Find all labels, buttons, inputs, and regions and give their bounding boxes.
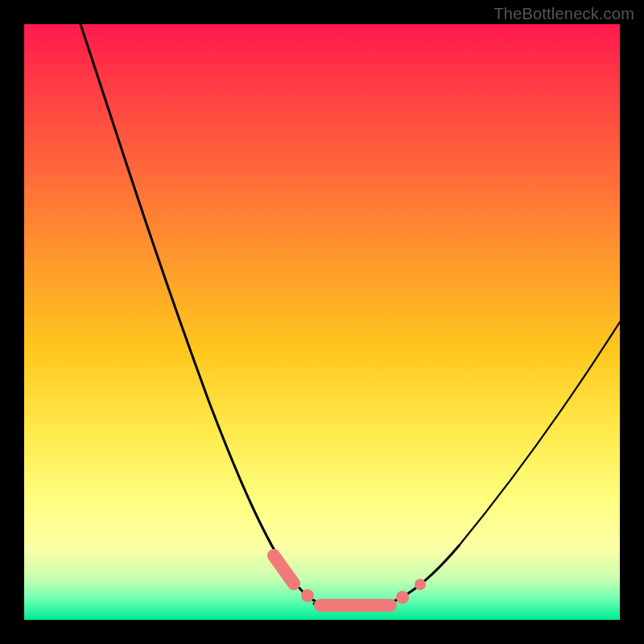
chart-frame: TheBottleneck.com bbox=[0, 0, 644, 644]
marker-left-descent-capsule bbox=[274, 555, 294, 584]
curve-right-branch-lower bbox=[382, 546, 459, 605]
curve-layer bbox=[24, 24, 620, 620]
plot-area bbox=[24, 24, 620, 620]
watermark-text: TheBottleneck.com bbox=[493, 5, 634, 23]
marker-left-shoulder-dot bbox=[301, 589, 314, 602]
curve-right-branch-upper bbox=[459, 322, 620, 546]
curve-left-branch bbox=[80, 24, 326, 605]
marker-right-shoulder-dot-2 bbox=[415, 579, 426, 590]
marker-right-shoulder-dot-1 bbox=[396, 591, 409, 604]
